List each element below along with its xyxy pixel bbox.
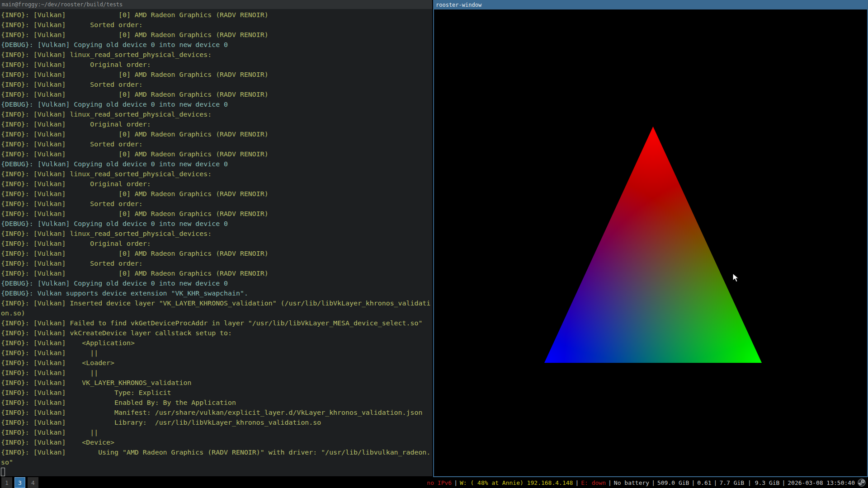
log-line: {INFO}: [Vulkan] <Application> xyxy=(1,338,432,348)
log-line: {INFO}: [Vulkan] Sorted order: xyxy=(1,199,432,209)
status-segment: 7.7 GiB | 9.3 GiB xyxy=(719,479,779,486)
log-line: {INFO}: [Vulkan] Original order: xyxy=(1,119,432,129)
log-line: {INFO}: [Vulkan] <Device> xyxy=(1,437,432,447)
log-line: {DEBUG}: [Vulkan] Copying old device 0 i… xyxy=(1,278,432,288)
status-segment: E: down xyxy=(581,479,606,486)
log-line: {INFO}: [Vulkan] Type: Explicit xyxy=(1,388,432,398)
log-line: {INFO}: [Vulkan] Failed to find vkGetDev… xyxy=(1,318,432,328)
log-line: {INFO}: [Vulkan] Manifest: /usr/share/vu… xyxy=(1,408,432,418)
workspace-tag-4[interactable]: 4 xyxy=(28,477,38,488)
log-line: {INFO}: [Vulkan] [0] AMD Radeon Graphics… xyxy=(1,89,432,99)
status-bar: 134 no IPv6|W: ( 48% at Annie) 192.168.4… xyxy=(0,477,868,488)
log-line: {INFO}: [Vulkan] [0] AMD Radeon Graphics… xyxy=(1,129,432,139)
log-line: {INFO}: [Vulkan] [0] AMD Radeon Graphics… xyxy=(1,249,432,258)
log-line: {INFO}: [Vulkan] Sorted order: xyxy=(1,20,432,30)
status-separator: | xyxy=(779,479,788,486)
log-line: {DEBUG}: [Vulkan] Copying old device 0 i… xyxy=(1,99,432,109)
status-segment: W: ( 48% at Annie) 192.168.4.148 xyxy=(460,479,573,486)
terminal-cursor xyxy=(1,468,5,476)
log-line: {INFO}: [Vulkan] Original order: xyxy=(1,60,432,70)
status-separator: | xyxy=(606,479,614,486)
workspace-tag-1[interactable]: 1 xyxy=(1,477,12,488)
log-line: so" xyxy=(1,457,432,467)
log-line: {INFO}: [Vulkan] || xyxy=(1,427,432,437)
log-line: {INFO}: [Vulkan] [0] AMD Radeon Graphics… xyxy=(1,189,432,199)
terminal-window[interactable]: main@froggy:~/dev/rooster/build/tests {I… xyxy=(0,0,432,476)
status-separator: | xyxy=(452,479,460,486)
rooster-titlebar[interactable]: rooster-window xyxy=(434,1,867,9)
log-line: {INFO}: [Vulkan] Enabled By: By the Appl… xyxy=(1,398,432,408)
log-line: {INFO}: [Vulkan] Library: /usr/lib/libVk… xyxy=(1,418,432,427)
status-separator: | xyxy=(573,479,581,486)
statusbar-spacer xyxy=(41,477,427,488)
status-segment: 2026-03-08 13:50:40 xyxy=(788,479,855,486)
log-line: {INFO}: [Vulkan] || xyxy=(1,348,432,358)
status-segment: No battery xyxy=(614,479,649,486)
status-separator: | xyxy=(689,479,697,486)
status-segment: no IPv6 xyxy=(427,479,452,486)
rooster-window[interactable]: rooster-window xyxy=(433,0,868,477)
log-line: {INFO}: [Vulkan] VK_LAYER_KHRONOS_valida… xyxy=(1,378,432,388)
steam-tray-icon[interactable] xyxy=(858,479,866,487)
vulkan-rgb-triangle xyxy=(544,127,762,363)
triangle-green-vertex-gradient xyxy=(544,127,762,363)
log-line: {DEBUG}: [Vulkan] Copying old device 0 i… xyxy=(1,40,432,50)
log-line: {INFO}: [Vulkan] Using "AMD Radeon Graph… xyxy=(1,447,432,457)
log-line: {DEBUG}: [Vulkan] Copying old device 0 i… xyxy=(1,219,432,229)
workspace-tag-3[interactable]: 3 xyxy=(14,477,25,488)
log-line: {DEBUG}: [Vulkan] Copying old device 0 i… xyxy=(1,159,432,169)
status-segment: 509.0 GiB xyxy=(657,479,689,486)
log-line: {INFO}: [Vulkan] [0] AMD Radeon Graphics… xyxy=(1,30,432,40)
log-line: {INFO}: [Vulkan] [0] AMD Radeon Graphics… xyxy=(1,10,432,20)
log-line: {INFO}: [Vulkan] vkCreateDevice layer ca… xyxy=(1,328,432,338)
log-line: {INFO}: [Vulkan] linux_read_sorted_physi… xyxy=(1,229,432,239)
log-line: {INFO}: [Vulkan] Original order: xyxy=(1,239,432,249)
status-separator: | xyxy=(712,479,720,486)
log-line: {INFO}: [Vulkan] [0] AMD Radeon Graphics… xyxy=(1,209,432,219)
log-line: {INFO}: [Vulkan] linux_read_sorted_physi… xyxy=(1,109,432,119)
status-segments: no IPv6|W: ( 48% at Annie) 192.168.4.148… xyxy=(427,477,855,488)
log-line: {INFO}: [Vulkan] Sorted order: xyxy=(1,139,432,149)
log-line: on.so) xyxy=(1,308,432,318)
log-line: {INFO}: [Vulkan] || xyxy=(1,368,432,378)
log-line: {INFO}: [Vulkan] Sorted order: xyxy=(1,258,432,268)
rooster-viewport xyxy=(434,9,867,476)
log-line: {INFO}: [Vulkan] Original order: xyxy=(1,179,432,189)
terminal-output: {INFO}: [Vulkan] [0] AMD Radeon Graphics… xyxy=(0,9,432,476)
log-line: {INFO}: [Vulkan] linux_read_sorted_physi… xyxy=(1,169,432,179)
status-segment: 0.61 xyxy=(697,479,711,486)
desktop: main@froggy:~/dev/rooster/build/tests {I… xyxy=(0,0,868,488)
terminal-titlebar[interactable]: main@froggy:~/dev/rooster/build/tests xyxy=(0,0,432,9)
system-tray xyxy=(855,477,868,488)
log-line: {INFO}: [Vulkan] [0] AMD Radeon Graphics… xyxy=(1,70,432,80)
log-line: {INFO}: [Vulkan] [0] AMD Radeon Graphics… xyxy=(1,149,432,159)
log-line: {INFO}: [Vulkan] [0] AMD Radeon Graphics… xyxy=(1,268,432,278)
log-line: {INFO}: [Vulkan] <Loader> xyxy=(1,358,432,368)
status-separator: | xyxy=(649,479,657,486)
workspace-tags: 134 xyxy=(0,477,41,488)
log-line: {INFO}: [Vulkan] linux_read_sorted_physi… xyxy=(1,50,432,60)
log-line: {INFO}: [Vulkan] Inserted device layer "… xyxy=(1,298,432,308)
log-line: {INFO}: [Vulkan] Sorted order: xyxy=(1,80,432,89)
log-line: {DEBUG}: Vulkan supports device extensio… xyxy=(1,288,432,298)
